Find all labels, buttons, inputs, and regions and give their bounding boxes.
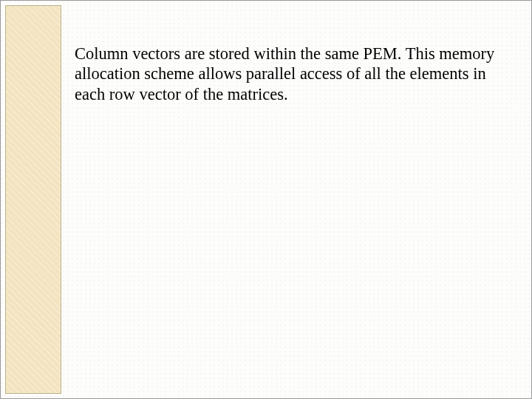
sidebar-accent (5, 5, 61, 394)
content-area: Column vectors are stored within the sam… (75, 44, 502, 104)
body-text: Column vectors are stored within the sam… (75, 44, 502, 104)
slide: Column vectors are stored within the sam… (0, 0, 532, 399)
